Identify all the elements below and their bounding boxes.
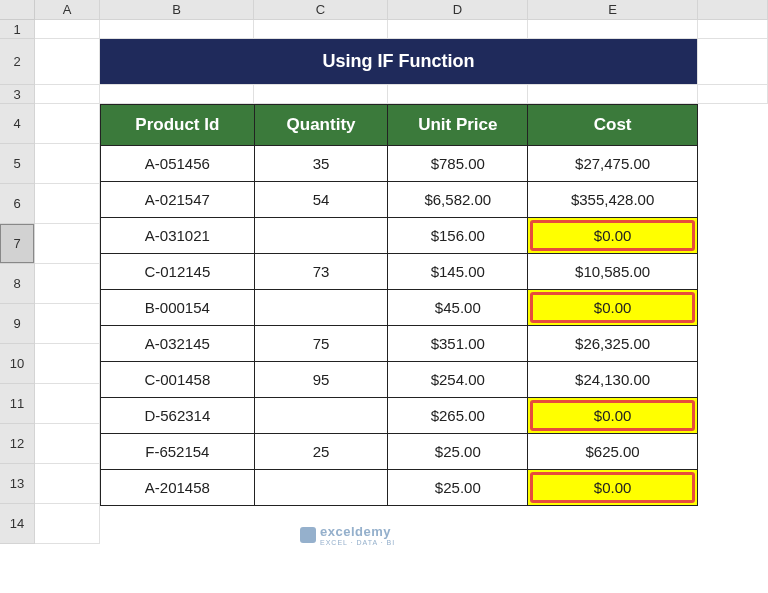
col-header-C[interactable]: C [254,0,388,20]
cell-A2[interactable] [35,39,100,85]
cell-qty[interactable] [254,290,388,326]
cell-cost[interactable]: $355,428.00 [528,182,698,218]
cell-price[interactable]: $785.00 [388,146,528,182]
cell-A5[interactable] [35,144,100,184]
title-banner[interactable]: Using IF Function [100,39,698,85]
cell-price[interactable]: $45.00 [388,290,528,326]
watermark: exceldemy EXCEL · DATA · BI [300,524,395,546]
cell-qty[interactable]: 73 [254,254,388,290]
cell-cost[interactable]: $0.00 [528,290,698,326]
row-headers: 4 5 6 7 8 9 10 11 12 13 14 [0,104,35,544]
cell-cost[interactable]: $27,475.00 [528,146,698,182]
cell-A9[interactable] [35,304,100,344]
table-header-row: Product Id Quantity Unit Price Cost [101,105,698,146]
row-header-6[interactable]: 6 [0,184,35,224]
row-header-4[interactable]: 4 [0,104,35,144]
col-header-B[interactable]: B [100,0,254,20]
cell-price[interactable]: $25.00 [388,470,528,506]
cell-A12[interactable] [35,424,100,464]
col-header-blank[interactable] [698,0,768,20]
cell-D1[interactable] [388,20,528,39]
cell-A14[interactable] [35,504,100,544]
cell-D3[interactable] [388,85,528,104]
cell-A6[interactable] [35,184,100,224]
header-product-id[interactable]: Product Id [101,105,255,146]
row-header-11[interactable]: 11 [0,384,35,424]
cell-B3[interactable] [100,85,254,104]
cell-qty[interactable]: 54 [254,182,388,218]
select-all-corner[interactable] [0,0,35,20]
cell-qty[interactable] [254,398,388,434]
row-header-5[interactable]: 5 [0,144,35,184]
col-header-A[interactable]: A [35,0,100,20]
watermark-icon [300,527,316,543]
cell-price[interactable]: $351.00 [388,326,528,362]
cell-id[interactable]: A-051456 [101,146,255,182]
cell-cost[interactable]: $0.00 [528,218,698,254]
cell-A8[interactable] [35,264,100,304]
cell-price[interactable]: $145.00 [388,254,528,290]
cell-price[interactable]: $254.00 [388,362,528,398]
cell-A11[interactable] [35,384,100,424]
cell-A3[interactable] [35,85,100,104]
cell-qty[interactable]: 75 [254,326,388,362]
cell-A13[interactable] [35,464,100,504]
cell-cost[interactable]: $10,585.00 [528,254,698,290]
row-header-13[interactable]: 13 [0,464,35,504]
row-header-1[interactable]: 1 [0,20,35,39]
header-quantity[interactable]: Quantity [254,105,388,146]
cell-id[interactable]: A-021547 [101,182,255,218]
cell-F2[interactable] [698,39,768,85]
col-header-D[interactable]: D [388,0,528,20]
table-row: A-02154754$6,582.00$355,428.00 [101,182,698,218]
table-row: A-031021$156.00$0.00 [101,218,698,254]
cell-B1[interactable] [100,20,254,39]
cell-E3[interactable] [528,85,698,104]
row-header-9[interactable]: 9 [0,304,35,344]
cell-F3[interactable] [698,85,768,104]
cell-F1[interactable] [698,20,768,39]
row-header-3[interactable]: 3 [0,85,35,104]
cell-qty[interactable] [254,470,388,506]
cell-qty[interactable]: 95 [254,362,388,398]
cell-A10[interactable] [35,344,100,384]
row-header-10[interactable]: 10 [0,344,35,384]
cell-qty[interactable] [254,218,388,254]
cell-E1[interactable] [528,20,698,39]
row-header-12[interactable]: 12 [0,424,35,464]
cell-cost[interactable]: $24,130.00 [528,362,698,398]
col-header-E[interactable]: E [528,0,698,20]
cell-id[interactable]: F-652154 [101,434,255,470]
cell-id[interactable]: A-031021 [101,218,255,254]
cell-id[interactable]: D-562314 [101,398,255,434]
cell-qty[interactable]: 25 [254,434,388,470]
table-row: A-03214575$351.00$26,325.00 [101,326,698,362]
cell-cost[interactable]: $26,325.00 [528,326,698,362]
cell-cost[interactable]: $0.00 [528,470,698,506]
cell-id[interactable]: A-032145 [101,326,255,362]
cell-price[interactable]: $265.00 [388,398,528,434]
cell-C1[interactable] [254,20,388,39]
cell-id[interactable]: B-000154 [101,290,255,326]
header-unit-price[interactable]: Unit Price [388,105,528,146]
cell-price[interactable]: $6,582.00 [388,182,528,218]
cell-price[interactable]: $156.00 [388,218,528,254]
row-header-2[interactable]: 2 [0,39,35,85]
cell-id[interactable]: A-201458 [101,470,255,506]
cell-id[interactable]: C-012145 [101,254,255,290]
cell-cost[interactable]: $0.00 [528,398,698,434]
row-header-7[interactable]: 7 [0,224,35,264]
cell-id[interactable]: C-001458 [101,362,255,398]
cell-C3[interactable] [254,85,388,104]
cell-price[interactable]: $25.00 [388,434,528,470]
row-header-8[interactable]: 8 [0,264,35,304]
row-header-14[interactable]: 14 [0,504,35,544]
cell-A7[interactable] [35,224,100,264]
cell-A1[interactable] [35,20,100,39]
cell-qty[interactable]: 35 [254,146,388,182]
header-cost[interactable]: Cost [528,105,698,146]
column-A-cells [35,104,100,544]
watermark-tag: EXCEL · DATA · BI [320,539,395,546]
cell-cost[interactable]: $625.00 [528,434,698,470]
cell-A4[interactable] [35,104,100,144]
